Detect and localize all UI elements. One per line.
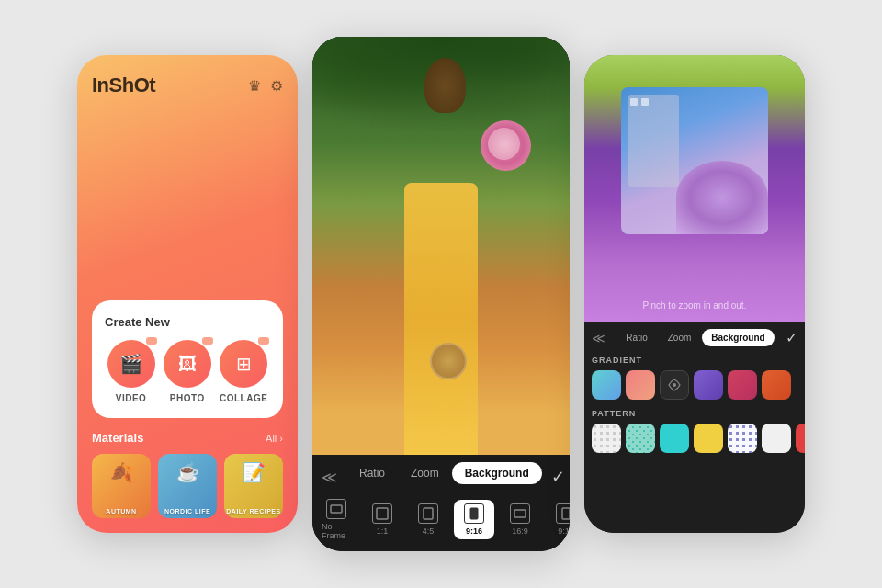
materials-header: Materials All › xyxy=(92,431,283,445)
ratio-1x1[interactable]: 1:1 xyxy=(362,500,402,539)
tab-ratio[interactable]: Ratio xyxy=(346,462,398,484)
gradient-swatch-3[interactable] xyxy=(694,370,723,400)
photo-canvas xyxy=(312,37,570,455)
material-autumn[interactable]: 🍂 AUTUMN xyxy=(92,454,151,518)
9x16-icon xyxy=(464,503,484,524)
app-logo: InShOt xyxy=(92,74,155,97)
check-icon[interactable]: ✓ xyxy=(551,467,565,487)
pinch-text: Pinch to zoom in and out. xyxy=(584,300,805,311)
9x16-active-label: 9:16 xyxy=(466,526,482,536)
s3-tab-row: ≪ Ratio Zoom Background ✓ xyxy=(584,329,805,346)
svg-rect-5 xyxy=(562,508,570,519)
gear-icon[interactable]: ⚙ xyxy=(270,77,283,95)
ratio-bar: No Frame 1:1 4:5 xyxy=(312,492,570,548)
s3-check-icon[interactable]: ✓ xyxy=(786,329,797,346)
materials-grid: 🍂 AUTUMN ☕ NORDIC LIFE 📝 DAILY RECIPES xyxy=(92,454,283,518)
ratio-4x5[interactable]: 4:5 xyxy=(408,500,448,539)
pattern-red[interactable] xyxy=(796,424,805,453)
pattern-white[interactable] xyxy=(762,424,791,453)
photo-label: PHOTO xyxy=(170,393,205,403)
s3-tab-background[interactable]: Background xyxy=(702,329,774,346)
nordic-emoji: ☕ xyxy=(176,461,199,483)
tiktok-label: 9:16 xyxy=(558,526,570,536)
collage-icon: ⊞ xyxy=(220,340,267,388)
gradient-swatch-selected[interactable] xyxy=(660,370,689,400)
create-label: Create New xyxy=(105,315,272,329)
home-header: InShOt ♛ ⚙ xyxy=(92,74,283,97)
collage-button[interactable]: ⊞ COLLAGE xyxy=(220,340,267,403)
tiktok-icon xyxy=(556,503,570,524)
gradient-swatches xyxy=(584,370,805,400)
video-preview-card[interactable] xyxy=(621,87,768,234)
noframe-label: No Frame xyxy=(322,522,351,540)
svg-point-6 xyxy=(673,383,676,387)
chevron-left-icon[interactable]: ≪ xyxy=(322,469,337,486)
pattern-zigzag[interactable] xyxy=(626,424,655,453)
background-canvas: Pinch to zoom in and out. xyxy=(584,55,805,322)
photo-simulation xyxy=(312,37,570,455)
recipes-label: DAILY RECIPES xyxy=(224,508,283,514)
materials-all-link[interactable]: All › xyxy=(266,433,283,444)
material-recipes[interactable]: 📝 DAILY RECIPES xyxy=(224,454,283,518)
tab-zoom[interactable]: Zoom xyxy=(398,462,452,484)
crown-icon[interactable]: ♛ xyxy=(248,77,261,95)
screen-home: InShOt ♛ ⚙ Create New 🎬 VIDEO xyxy=(77,55,298,533)
pattern-swatches xyxy=(584,424,805,453)
svg-rect-4 xyxy=(514,510,526,517)
header-icons: ♛ ⚙ xyxy=(248,77,283,95)
4x5-label: 4:5 xyxy=(423,526,435,536)
basket-shape xyxy=(430,343,467,379)
svg-rect-3 xyxy=(470,508,478,519)
tab-row: ≪ Ratio Zoom Background ✓ xyxy=(312,462,570,492)
pattern-section-label: PATTERN xyxy=(584,409,805,418)
tab-background[interactable]: Background xyxy=(452,462,542,484)
gradient-swatch-4[interactable] xyxy=(728,370,757,400)
autumn-emoji: 🍂 xyxy=(110,461,133,483)
collage-label: COLLAGE xyxy=(220,393,267,403)
16x9-label: 16:9 xyxy=(512,526,528,536)
4x5-icon xyxy=(418,503,438,524)
create-section: Create New 🎬 VIDEO 🖼 PHOTO xyxy=(92,300,283,418)
s3-tabs: Ratio Zoom Background xyxy=(616,329,774,346)
1x1-label: 1:1 xyxy=(377,526,389,536)
svg-rect-2 xyxy=(424,508,433,519)
s3-tab-zoom[interactable]: Zoom xyxy=(659,329,701,346)
1x1-icon xyxy=(372,503,392,524)
s3-tab-ratio[interactable]: Ratio xyxy=(616,329,656,346)
ratio-noframe[interactable]: No Frame xyxy=(316,495,356,544)
autumn-label: AUTUMN xyxy=(92,508,151,514)
noframe-icon xyxy=(326,499,346,519)
materials-label: Materials xyxy=(92,431,143,445)
tabs: Ratio Zoom Background xyxy=(337,462,551,484)
nordic-label: NORDIC LIFE xyxy=(158,508,217,514)
photo-button[interactable]: 🖼 PHOTO xyxy=(164,340,211,403)
gradient-swatch-2[interactable] xyxy=(626,370,655,400)
svg-rect-0 xyxy=(331,505,342,513)
video-button[interactable]: 🎬 VIDEO xyxy=(107,340,155,403)
pattern-yellow[interactable] xyxy=(694,424,723,453)
background-controls: ≪ Ratio Zoom Background ✓ GRADIENT xyxy=(584,322,805,533)
svg-rect-1 xyxy=(377,508,388,519)
video-label: VIDEO xyxy=(116,393,147,403)
dress-shape xyxy=(404,183,478,455)
ratio-9x16-b[interactable]: 9:16 xyxy=(546,500,570,539)
s3-chevron-left-icon[interactable]: ≪ xyxy=(592,331,605,345)
pattern-dots-blue[interactable] xyxy=(728,424,757,453)
16x9-icon xyxy=(510,503,530,524)
gradient-swatch-1[interactable] xyxy=(592,370,621,400)
screen-photo-editor: ≪ Ratio Zoom Background ✓ No Frame xyxy=(312,37,570,551)
video-icon: 🎬 xyxy=(107,340,155,388)
photo-icon: 🖼 xyxy=(164,340,211,388)
ratio-16x9[interactable]: 16:9 xyxy=(500,500,540,539)
gradient-swatch-5[interactable] xyxy=(762,370,791,400)
pattern-dots[interactable] xyxy=(592,424,621,453)
ratio-9x16-active[interactable]: 9:16 xyxy=(454,500,494,539)
material-nordic[interactable]: ☕ NORDIC LIFE xyxy=(158,454,217,518)
bottom-bar: ≪ Ratio Zoom Background ✓ No Frame xyxy=(312,455,570,551)
gradient-section-label: GRADIENT xyxy=(584,356,805,365)
screen-background-editor: Pinch to zoom in and out. ≪ Ratio Zoom B… xyxy=(584,55,805,533)
create-buttons: 🎬 VIDEO 🖼 PHOTO ⊞ COLLAGE xyxy=(103,340,272,403)
hair-shape xyxy=(424,58,466,113)
recipes-emoji: 📝 xyxy=(243,461,266,483)
pattern-cyan[interactable] xyxy=(660,424,689,453)
